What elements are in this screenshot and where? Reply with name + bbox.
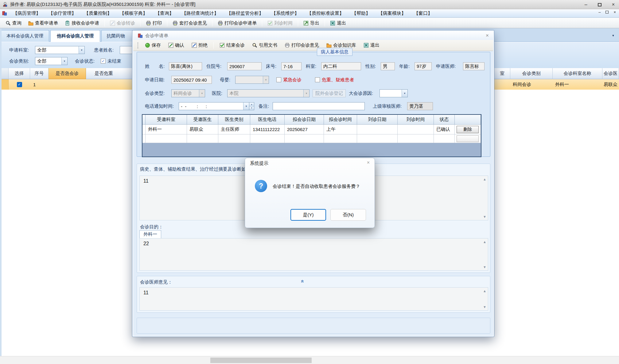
no-button[interactable]: 否(N): [330, 209, 366, 221]
col-partial-header[interactable]: 室: [494, 68, 510, 79]
menu-item-path-monitor[interactable]: 【路径监管分析】: [223, 10, 267, 16]
view-request-button[interactable]: 查看申请单: [26, 19, 60, 27]
col-doctor-phone[interactable]: 医生电话: [250, 115, 285, 125]
scroll-down-icon[interactable]: ▼: [483, 215, 486, 219]
export-button[interactable]: 导出: [301, 19, 322, 27]
urgent-checkbox[interactable]: [276, 77, 281, 82]
hospital-combo: 本院▼: [227, 89, 310, 97]
printer-icon: [146, 21, 151, 26]
col-doctor-type[interactable]: 医生类别: [218, 115, 250, 125]
reviewer-label: 上级审核医师:: [373, 103, 407, 109]
admission-field: 290607: [227, 62, 262, 70]
cite-document-button[interactable]: 引用文书: [250, 41, 280, 49]
dept-filter-combo[interactable]: 全部 ▼: [35, 46, 85, 54]
menu-item-window[interactable]: 【窗口】: [410, 10, 436, 16]
col-invited-doctor[interactable]: 受邀医生: [187, 115, 218, 125]
col-planned-time[interactable]: 拟会诊时间: [324, 115, 357, 125]
grand-consult-reason-combo[interactable]: ▼: [380, 89, 408, 97]
menu-item-help[interactable]: 【帮助】: [348, 10, 374, 16]
patient-info-group-title: 病人基本信息: [317, 48, 352, 56]
dept-field: 内二科: [321, 62, 361, 70]
reject-button[interactable]: 拒绝: [189, 41, 210, 49]
tab-other-dept-consult[interactable]: 他科会诊病人管理: [50, 30, 100, 42]
opinion-textarea[interactable]: 11 ▲ ▼: [139, 287, 488, 311]
close-button[interactable]: ×: [612, 0, 615, 9]
scroll-up-icon[interactable]: ▲: [483, 289, 486, 293]
phone-notify-time-picker[interactable]: - - : :▼: [179, 102, 249, 110]
save-button[interactable]: 保存: [142, 41, 163, 49]
menu-item-quality-control[interactable]: 【质量控制】: [80, 10, 116, 16]
chevron-down-icon[interactable]: ▼: [79, 46, 84, 54]
confirm-button[interactable]: 确认: [166, 41, 187, 49]
col-consult-doctor-header[interactable]: 会诊医: [602, 68, 619, 79]
print-button[interactable]: 打印: [143, 19, 164, 27]
chevron-down-icon[interactable]: ▼: [61, 57, 67, 65]
time-spinner[interactable]: ▲▼: [249, 102, 254, 110]
horizontal-scrollbar[interactable]: [0, 356, 619, 364]
col-arrival-time[interactable]: 到诊时间: [398, 115, 434, 125]
menu-item-medical-records[interactable]: 【病历管理】: [9, 10, 45, 16]
system-prompt-modal: 系统提示 × ? 会诊结束！是否自动收取患者会诊服务费？ 是(Y) 否(N): [245, 158, 375, 228]
scrollbar-thumb[interactable]: [210, 358, 312, 363]
menu-item-template-dict[interactable]: 【模板字典】: [116, 10, 151, 16]
menu-item-case-module[interactable]: 【病案模块】: [374, 10, 410, 16]
grid-header-right: 室 会诊类别 会诊科室名称 会诊医: [494, 68, 619, 79]
print-opinion-button[interactable]: 套打会诊意见: [170, 19, 209, 27]
tab-overflow-dropdown[interactable]: ▼: [610, 33, 617, 39]
delete-button[interactable]: 删除: [457, 126, 479, 133]
collapse-chevron-icon[interactable]: «: [299, 280, 306, 283]
dialog-close-icon[interactable]: ×: [486, 33, 489, 39]
scroll-down-icon[interactable]: ▼: [483, 265, 486, 269]
receive-consult-button[interactable]: 接收会诊申请: [62, 19, 102, 27]
col-urgent-header[interactable]: 是否急会诊: [49, 68, 86, 79]
tab-own-dept-consult[interactable]: 本科会诊病人管理: [1, 30, 49, 42]
col-critical-header[interactable]: 是否危重: [86, 68, 140, 79]
grid-row-right[interactable]: 科间会诊 外科一 易联众: [494, 79, 619, 90]
consult-doctor-cell: 易联众: [602, 79, 619, 90]
search-icon: [252, 43, 257, 48]
menu-item-qc-settings[interactable]: 【质控标准设置】: [303, 10, 348, 16]
doctor-row[interactable]: 外科一 易联众 主任医师 13411112222 20250627 上午 已确认…: [142, 125, 481, 134]
menu-item-system-maintenance[interactable]: 【系统维护】: [267, 10, 303, 16]
col-status[interactable]: 状态: [434, 115, 455, 125]
scroll-down-icon[interactable]: ▼: [483, 305, 486, 309]
minimize-button[interactable]: –: [585, 0, 587, 9]
note-input[interactable]: [273, 102, 365, 110]
unfinished-checkbox[interactable]: [101, 59, 106, 64]
grand-consult-reason-label: 大会诊原因:: [349, 91, 380, 96]
modal-title: 系统提示: [250, 161, 268, 166]
print-consult-opinion-button[interactable]: 打印会诊意见: [282, 41, 321, 49]
dialog-titlebar: 会诊申请单 ×: [133, 31, 493, 40]
col-consult-type-header[interactable]: 会诊类别: [510, 68, 553, 79]
purpose-textarea[interactable]: 22 ▲ ▼: [139, 238, 488, 271]
col-seq-header[interactable]: 序号: [30, 68, 49, 79]
critical-checkbox[interactable]: [315, 77, 320, 82]
scroll-up-icon[interactable]: ▲: [483, 240, 486, 244]
print-request-button[interactable]: 打印会诊申请单: [215, 19, 259, 27]
child-close-button[interactable]: ×: [613, 10, 616, 14]
maximize-button[interactable]: [598, 3, 601, 6]
child-minimize-button[interactable]: –: [598, 10, 601, 14]
query-button[interactable]: 查询: [3, 19, 24, 27]
end-consult-button[interactable]: 结束会诊: [217, 41, 247, 49]
menu-item-query[interactable]: 【查询】: [151, 10, 178, 16]
menu-item-path-query-stats[interactable]: 【路径查询统计】: [178, 10, 223, 16]
col-arrival-date[interactable]: 到诊日期: [357, 115, 398, 125]
modal-close-icon[interactable]: ×: [367, 160, 370, 165]
grid-row-left[interactable]: ✓ 1: [0, 79, 140, 90]
col-select-header[interactable]: 选择: [9, 68, 30, 79]
dialog-exit-button[interactable]: 退出: [361, 41, 382, 49]
col-invited-dept[interactable]: 受邀科室: [146, 115, 187, 125]
child-restore-button[interactable]: [605, 11, 609, 14]
exit-button[interactable]: 退出: [328, 19, 348, 27]
col-planned-date[interactable]: 拟会诊日期: [285, 115, 324, 125]
gender-field: 男: [381, 62, 395, 70]
scroll-up-icon[interactable]: ▲: [483, 177, 486, 181]
row-select-checkbox[interactable]: ✓: [17, 82, 22, 87]
col-consult-dept-header[interactable]: 会诊科室名称: [553, 68, 602, 79]
menu-item-diagnosis[interactable]: 【诊疗管理】: [45, 10, 80, 16]
consult-type-filter-combo[interactable]: 全部 ▼: [35, 57, 68, 65]
yes-button[interactable]: 是(Y): [290, 209, 326, 221]
invited-doctors-table: 受邀科室 受邀医生 医生类别 医生电话 拟会诊日期 拟会诊时间 到诊日期 到诊时…: [142, 114, 481, 157]
purpose-dept-tab[interactable]: 外科一: [139, 230, 161, 238]
